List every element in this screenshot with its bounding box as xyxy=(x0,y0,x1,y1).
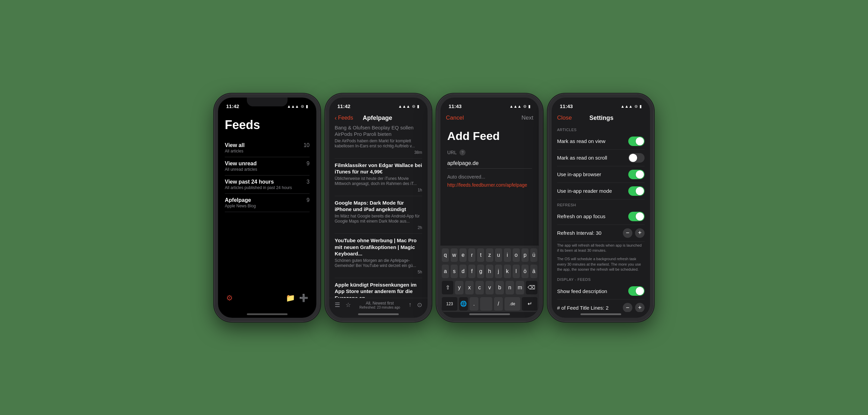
inapp-browser-label: Use in-app browser xyxy=(557,171,601,177)
kb-key-t[interactable]: t xyxy=(477,248,484,262)
article-title-1: Filmklassiker von Edgar Wallace bei iTun… xyxy=(335,162,422,175)
article-item-2[interactable]: Google Maps: Dark Mode für iPhone und iP… xyxy=(335,196,422,234)
kb-key-c[interactable]: c xyxy=(475,281,484,294)
kb-key-oe[interactable]: ö xyxy=(521,265,529,278)
signal-icon-1: ▲▲▲ xyxy=(287,104,299,109)
kb-key-j[interactable]: j xyxy=(495,265,502,278)
kb-key-shift[interactable]: ⇧ xyxy=(442,281,453,294)
feeds-content: Feeds View all All articles 10 View unre… xyxy=(218,112,316,312)
kb-key-x[interactable]: x xyxy=(465,281,474,294)
folder-icon[interactable]: 📁 xyxy=(286,294,295,303)
back-button[interactable]: ‹ Feeds xyxy=(335,115,353,122)
cancel-button[interactable]: Cancel xyxy=(446,115,464,121)
kb-key-l[interactable]: l xyxy=(513,265,520,278)
kb-key-v[interactable]: v xyxy=(486,281,494,294)
feed-title-plus[interactable]: + xyxy=(635,303,645,312)
article-item-4[interactable]: Apple kündigt Preissenkungen im App Stor… xyxy=(335,278,422,298)
article-desc-3: Schönen guten Morgen an die Apfelpage-Ge… xyxy=(335,258,422,269)
feed-desc-toggle[interactable] xyxy=(628,286,645,296)
status-time-4: 11:43 xyxy=(560,103,573,109)
kb-key-g[interactable]: g xyxy=(477,265,484,278)
kb-key-z[interactable]: z xyxy=(486,248,493,262)
close-settings-button[interactable]: Close xyxy=(557,115,572,121)
kb-key-globe[interactable]: 🌐 xyxy=(459,297,468,311)
feed-title-minus[interactable]: − xyxy=(623,303,632,312)
kb-key-ue[interactable]: ü xyxy=(530,248,537,262)
kb-key-period[interactable]: . xyxy=(470,297,478,311)
kb-key-ae[interactable]: ä xyxy=(530,265,537,278)
kb-key-w[interactable]: w xyxy=(451,248,458,262)
add-feed-icon[interactable]: ➕ xyxy=(299,294,308,303)
feed-item-view-all[interactable]: View all All articles 10 xyxy=(225,139,310,157)
add-feed-nav: Cancel Next xyxy=(440,112,539,124)
feed-item-view-unread[interactable]: View unread All unread articles 9 xyxy=(225,157,310,175)
feed-item-name-apfelpage: Apfelpage xyxy=(225,197,256,203)
refresh-interval-plus[interactable]: + xyxy=(635,228,645,238)
refresh-interval-label: Refresh Interval: 30 xyxy=(557,230,601,236)
mark-view-toggle[interactable] xyxy=(628,137,645,146)
battery-icon-4: ▮ xyxy=(639,104,642,109)
list-bottom-center: All, Newest first Refreshed: 23 minutes … xyxy=(359,301,400,309)
kb-key-y[interactable]: y xyxy=(455,281,463,294)
kb-key-de[interactable]: .de xyxy=(505,297,520,311)
kb-key-123[interactable]: 123 xyxy=(442,297,457,311)
kb-key-h[interactable]: h xyxy=(486,265,493,278)
kb-key-k[interactable]: k xyxy=(504,265,511,278)
article-item-1[interactable]: Filmklassiker von Edgar Wallace bei iTun… xyxy=(335,159,422,196)
url-help-icon[interactable]: ? xyxy=(459,149,466,155)
refresh-note-2: The OS will schedule a background refres… xyxy=(557,255,645,274)
home-indicator-3 xyxy=(469,313,510,315)
kb-key-i[interactable]: i xyxy=(504,248,511,262)
kb-space[interactable] xyxy=(480,297,492,311)
filter-icon[interactable]: ☰ xyxy=(335,301,340,309)
kb-key-o[interactable]: o xyxy=(513,248,520,262)
star-icon[interactable]: ☆ xyxy=(346,301,351,309)
signal-icon-3: ▲▲▲ xyxy=(509,104,521,109)
reader-mode-toggle[interactable] xyxy=(628,186,645,196)
inapp-browser-toggle[interactable] xyxy=(628,170,645,179)
kb-key-f[interactable]: f xyxy=(468,265,475,278)
kb-key-p[interactable]: p xyxy=(521,248,529,262)
article-item-0[interactable]: Bang & Olufsen Beoplay EQ sollen AirPods… xyxy=(335,124,422,159)
feed-title-lines-label: # of Feed Title Lines: 2 xyxy=(557,305,609,311)
next-button[interactable]: Next xyxy=(521,115,533,121)
feed-item-past-24[interactable]: View past 24 hours All articles publishe… xyxy=(225,175,310,194)
feed-item-count-view-all: 10 xyxy=(303,142,310,148)
kb-key-a[interactable]: a xyxy=(442,265,449,278)
app-focus-toggle[interactable] xyxy=(628,212,645,221)
kb-key-r[interactable]: r xyxy=(468,248,475,262)
discovered-url[interactable]: http://feeds.feedburner.com/apfelpage xyxy=(447,182,532,188)
kb-key-slash[interactable]: / xyxy=(494,297,503,311)
phone-articles: 11:42 ▲▲▲ ⊜ ▮ ‹ Feeds Apfelpage Bang xyxy=(326,94,431,321)
mark-scroll-label: Mark as read on scroll xyxy=(557,155,607,161)
status-time-2: 11:42 xyxy=(337,103,350,109)
feed-item-apfelpage[interactable]: Apfelpage Apple News Blog 9 xyxy=(225,194,310,212)
kb-key-delete[interactable]: ⌫ xyxy=(526,281,537,294)
kb-key-e[interactable]: e xyxy=(459,248,467,262)
feed-item-name-view-all: View all xyxy=(225,142,244,148)
settings-row-reader-mode: Use in-app reader mode xyxy=(557,183,645,200)
settings-row-feed-title-lines: # of Feed Title Lines: 2 − + xyxy=(557,299,645,312)
settings-row-feed-desc: Show feed description xyxy=(557,283,645,299)
url-input[interactable] xyxy=(447,158,532,169)
kb-key-m[interactable]: m xyxy=(516,281,524,294)
refresh-interval-minus[interactable]: − xyxy=(623,228,632,238)
status-icons-4: ▲▲▲ ⊜ ▮ xyxy=(620,104,642,109)
kb-key-q[interactable]: q xyxy=(442,248,449,262)
article-item-3[interactable]: YouTube ohne Werbung | Mac Pro mit neuen… xyxy=(335,234,422,278)
settings-icon[interactable]: ⚙ xyxy=(226,294,233,303)
home-indicator-1 xyxy=(247,313,288,315)
sort-order-icon[interactable]: ↑ xyxy=(409,301,412,309)
kb-key-u[interactable]: u xyxy=(495,248,502,262)
kb-key-s[interactable]: s xyxy=(451,265,458,278)
list-bottom-right-icons: ↑ ⊙ xyxy=(409,301,422,309)
kb-key-return[interactable]: ↵ xyxy=(522,297,537,311)
feed-item-sub-past-24: All articles published in past 24 hours xyxy=(225,185,292,190)
more-icon[interactable]: ⊙ xyxy=(417,301,422,309)
kb-key-n[interactable]: n xyxy=(506,281,514,294)
article-time-2: 2h xyxy=(335,225,422,230)
mark-scroll-toggle[interactable] xyxy=(628,153,645,163)
feed-title-lines-stepper: − + xyxy=(623,303,645,312)
kb-key-b[interactable]: b xyxy=(495,281,504,294)
kb-key-d[interactable]: d xyxy=(459,265,467,278)
